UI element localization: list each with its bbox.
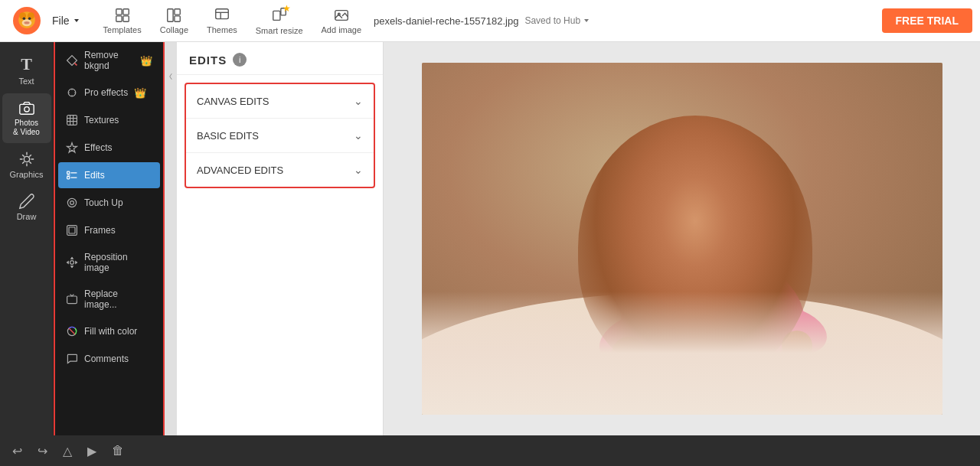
file-label: File <box>52 15 70 27</box>
reposition-icon <box>66 256 78 269</box>
canvas-edits-chevron: ⌄ <box>354 95 363 107</box>
undo-button[interactable]: ↩ <box>8 441 27 461</box>
sidebar-item-draw[interactable]: Draw <box>2 187 51 227</box>
svg-point-56 <box>724 213 727 217</box>
svg-rect-8 <box>116 9 121 15</box>
comments-icon <box>66 353 78 365</box>
sidebar-item-remove-bkgnd[interactable]: Remove bkgnd 👑 <box>58 43 160 78</box>
sidebar-item-fill-color[interactable]: Fill with color <box>58 318 160 344</box>
svg-rect-10 <box>116 16 121 21</box>
add-image-label: Add image <box>322 25 362 34</box>
main-content: T Text Photos& Video Graphics <box>0 42 980 435</box>
svg-point-43 <box>621 254 805 392</box>
replace-image-icon <box>66 293 78 305</box>
secondary-sidebar: Remove bkgnd 👑 Pro effects 👑 Text <box>54 42 165 435</box>
bottom-toolbar: ↩ ↪ △ ▶ 🗑 <box>0 435 980 466</box>
crown-icon: 👑 <box>140 55 152 67</box>
edits-title: EDITS <box>189 54 227 67</box>
file-menu[interactable]: File <box>46 11 87 30</box>
free-trial-button[interactable]: FREE TRIAL <box>882 8 972 33</box>
svg-point-50 <box>648 151 763 197</box>
svg-rect-37 <box>69 227 75 233</box>
svg-point-46 <box>612 337 645 370</box>
collage-button[interactable]: Collage <box>151 2 198 39</box>
svg-point-52 <box>681 211 691 222</box>
smart-resize-button[interactable]: ★ Smart resize <box>247 2 312 40</box>
svg-rect-32 <box>67 171 70 174</box>
graphics-icon <box>18 151 35 168</box>
effects-icon <box>66 142 78 154</box>
svg-point-44 <box>592 304 679 373</box>
edits-panel: EDITS i CANVAS EDITS ⌄ BASIC EDITS ⌄ ADV… <box>177 42 384 435</box>
remove-bkgnd-icon <box>66 54 78 67</box>
info-icon[interactable]: i <box>233 53 247 67</box>
svg-point-49 <box>640 162 770 285</box>
svg-point-45 <box>746 298 831 363</box>
touch-up-icon <box>66 197 78 209</box>
sidebar-item-effects[interactable]: Effects <box>58 135 160 161</box>
svg-point-23 <box>24 107 28 112</box>
canvas-edits-label: CANVAS EDITS <box>197 96 269 107</box>
svg-point-58 <box>697 228 704 234</box>
sidebar-item-frames[interactable]: Frames <box>58 217 160 243</box>
svg-point-62 <box>730 226 757 244</box>
saved-hub[interactable]: Saved to Hub <box>524 15 590 26</box>
svg-point-7 <box>24 21 29 24</box>
play-button[interactable]: ▶ <box>83 441 101 461</box>
topbar: File Templates Collage <box>0 0 980 42</box>
svg-point-6 <box>28 18 31 21</box>
svg-rect-27 <box>67 116 77 125</box>
svg-point-34 <box>67 198 76 207</box>
templates-button[interactable]: Templates <box>94 2 151 39</box>
svg-rect-18 <box>273 11 279 20</box>
sidebar-item-replace-image[interactable]: Replace image... <box>58 282 160 317</box>
triangle-button[interactable]: △ <box>58 441 77 461</box>
camera-icon <box>18 99 35 116</box>
filename: pexels-daniel-reche-1557182.jpg <box>374 15 518 27</box>
sidebar-item-graphics[interactable]: Graphics <box>2 145 51 185</box>
svg-rect-12 <box>168 9 173 22</box>
svg-point-38 <box>70 261 74 265</box>
icon-sidebar: T Text Photos& Video Graphics <box>0 42 54 435</box>
basic-edits-label: BASIC EDITS <box>197 130 259 142</box>
svg-point-51 <box>677 208 695 223</box>
frames-icon <box>66 224 78 236</box>
basic-edits-row[interactable]: BASIC EDITS ⌄ <box>186 119 374 153</box>
svg-point-47 <box>782 331 812 361</box>
svg-line-25 <box>74 63 77 65</box>
redo-button[interactable]: ↪ <box>33 441 52 461</box>
advanced-edits-row[interactable]: ADVANCED EDITS ⌄ <box>186 153 374 187</box>
sidebar-item-edits[interactable]: Edits <box>58 162 160 188</box>
advanced-edits-chevron: ⌄ <box>354 164 363 176</box>
edits-icon <box>66 169 78 181</box>
svg-point-55 <box>719 211 730 222</box>
svg-point-42 <box>422 292 942 415</box>
app-logo[interactable] <box>8 0 46 42</box>
svg-point-60 <box>691 240 719 258</box>
trash-button[interactable]: 🗑 <box>107 441 129 461</box>
sidebar-toggle[interactable] <box>165 42 177 435</box>
templates-label: Templates <box>103 25 142 34</box>
canvas-image[interactable] <box>422 63 942 415</box>
sidebar-item-textures[interactable]: Textures <box>58 107 160 133</box>
themes-label: Themes <box>207 25 237 34</box>
sidebar-item-touch-up[interactable]: Touch Up <box>58 190 160 216</box>
svg-rect-22 <box>19 104 33 114</box>
fill-color-icon <box>66 325 78 337</box>
filename-area: pexels-daniel-reche-1557182.jpg Saved to… <box>374 15 590 27</box>
canvas-edits-row[interactable]: CANVAS EDITS ⌄ <box>186 84 374 119</box>
svg-rect-15 <box>216 9 229 19</box>
sidebar-item-comments[interactable]: Comments <box>58 346 160 372</box>
sidebar-item-photos-video[interactable]: Photos& Video <box>2 93 51 143</box>
themes-button[interactable]: Themes <box>198 2 247 39</box>
svg-point-59 <box>707 228 713 234</box>
crown-icon-pro: 👑 <box>134 87 146 99</box>
svg-point-48 <box>678 250 732 288</box>
sidebar-item-pro-effects[interactable]: Pro effects 👑 <box>58 80 160 106</box>
pro-effects-icon <box>66 86 78 99</box>
sidebar-item-reposition[interactable]: Reposition image <box>58 245 160 280</box>
topbar-tools: Templates Collage Themes <box>94 2 374 40</box>
sidebar-item-text[interactable]: T Text <box>2 48 51 92</box>
svg-point-54 <box>715 208 733 223</box>
add-image-button[interactable]: Add image <box>312 2 371 39</box>
